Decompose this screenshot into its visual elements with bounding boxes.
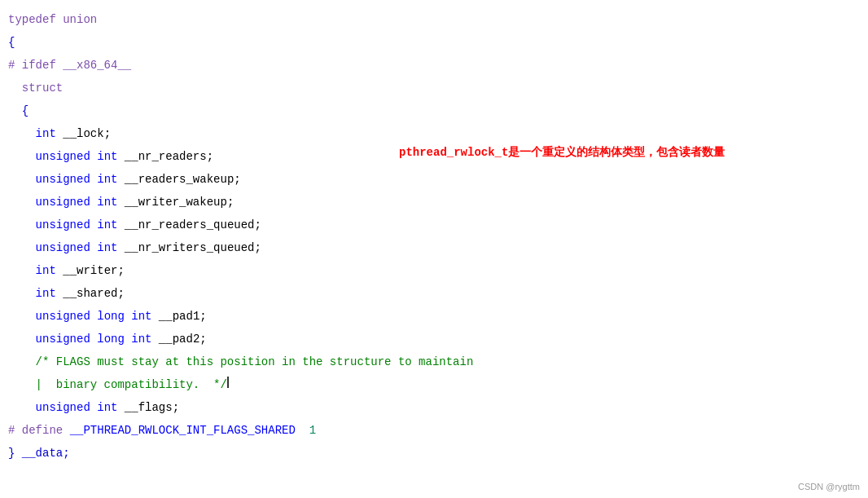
text-cursor — [227, 377, 229, 388]
watermark: CSDN @rygttm — [798, 482, 860, 491]
close-brace-data: } __data; — [8, 442, 70, 465]
type-int-4: int — [97, 191, 117, 214]
type-unsigned-5: unsigned — [36, 236, 90, 259]
type-int-9: int — [131, 305, 151, 328]
code-line-8: unsigned int __readers_wakeup; — [0, 168, 868, 191]
type-int-11: int — [97, 396, 117, 419]
open-brace: { — [8, 31, 15, 54]
code-line-11: unsigned int __nr_writers_queued; — [0, 236, 868, 259]
macro-name: __PTHREAD_RWLOCK_INT_FLAGS_SHARED — [63, 419, 309, 442]
type-unsigned-3: unsigned — [36, 191, 90, 214]
type-long-1: long — [97, 305, 125, 328]
code-line-18: unsigned int __flags; — [0, 396, 868, 419]
type-unsigned-2: unsigned — [36, 168, 90, 191]
code-line-9: unsigned int __writer_wakeup; — [0, 191, 868, 214]
type-unsigned-8: unsigned — [36, 396, 90, 419]
comment-binary: | binary compatibility. */ — [8, 373, 227, 396]
keyword-struct: struct — [22, 77, 63, 99]
type-int-1: int — [36, 122, 56, 145]
preprocessor-ifdef: # ifdef __x86_64__ — [8, 54, 131, 77]
code-line-17: | binary compatibility. */ — [0, 373, 868, 396]
code-line-3: # ifdef __x86_64__ — [0, 54, 868, 77]
macro-value: 1 — [309, 419, 316, 442]
code-line-10: unsigned int __nr_readers_queued; — [0, 214, 868, 236]
code-line-15: unsigned long int __pad2; — [0, 328, 868, 350]
type-int-6: int — [97, 236, 117, 259]
type-unsigned-1: unsigned — [36, 145, 90, 168]
code-line-2: { — [0, 31, 868, 54]
preprocessor-define: # — [8, 419, 22, 442]
code-line-20: } __data; — [0, 442, 868, 465]
annotation-text: pthread_rwlock_t是一个重定义的结构体类型，包含读者数量 — [399, 145, 725, 160]
code-line-1: typedef union — [0, 8, 868, 31]
code-line-16: /* FLAGS must stay at this position in t… — [0, 350, 868, 373]
keyword-union: union — [63, 8, 97, 31]
type-int-7: int — [36, 259, 56, 282]
code-line-14: unsigned long int __pad1; — [0, 305, 868, 328]
code-line-12: int __writer; — [0, 259, 868, 282]
type-int-3: int — [97, 168, 117, 191]
code-line-5: { — [0, 99, 868, 122]
type-unsigned-6: unsigned — [36, 305, 90, 328]
type-int-8: int — [36, 282, 56, 305]
code-line-13: int __shared; — [0, 282, 868, 305]
code-line-19: # define __PTHREAD_RWLOCK_INT_FLAGS_SHAR… — [0, 419, 868, 442]
type-long-2: long — [97, 328, 125, 350]
type-unsigned-7: unsigned — [36, 328, 90, 350]
type-int-10: int — [131, 328, 151, 350]
comment-flags: /* FLAGS must stay at this position in t… — [36, 350, 474, 373]
keyword-typedef: typedef — [8, 8, 56, 31]
code-container: typedef union { # ifdef __x86_64__ struc… — [0, 0, 868, 498]
type-int-5: int — [97, 214, 117, 236]
type-unsigned-4: unsigned — [36, 214, 90, 236]
inner-open-brace: { — [22, 99, 28, 122]
type-int-2: int — [97, 145, 117, 168]
code-line-6: int __lock; — [0, 122, 868, 145]
code-line-4: struct — [0, 77, 868, 99]
